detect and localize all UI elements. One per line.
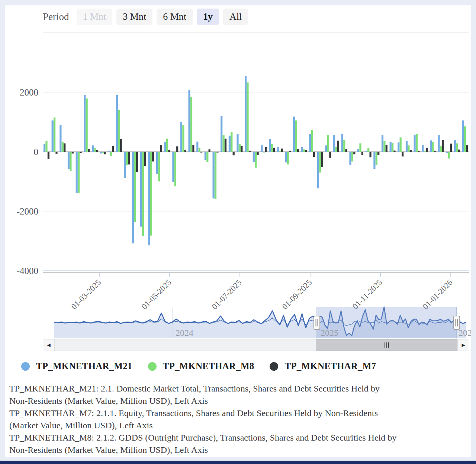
bar bbox=[265, 147, 267, 152]
legend-item-m21[interactable]: TP_MKNETHAR_M21 bbox=[21, 361, 132, 371]
bar bbox=[176, 146, 178, 152]
bar bbox=[448, 152, 450, 158]
bar bbox=[142, 152, 144, 236]
legend-label: TP_MKNETHAR_M8 bbox=[163, 361, 254, 371]
bar bbox=[402, 152, 403, 157]
bars-TP_MKNETHAR_M8 bbox=[45, 83, 466, 236]
bar bbox=[456, 144, 458, 152]
legend-item-m7[interactable]: TP_MKNETHAR_M7 bbox=[270, 361, 376, 371]
navigator-year-label: 2026 bbox=[459, 328, 471, 338]
bar bbox=[249, 151, 251, 152]
bar bbox=[225, 139, 226, 152]
bar bbox=[108, 151, 110, 152]
bar bbox=[414, 135, 416, 152]
bar bbox=[156, 152, 158, 174]
bar bbox=[317, 152, 319, 188]
bar bbox=[367, 148, 369, 152]
bar bbox=[376, 152, 377, 165]
scroll-right-icon: ▶ bbox=[461, 342, 465, 348]
bar bbox=[128, 152, 130, 164]
bar bbox=[166, 139, 168, 152]
bar bbox=[422, 145, 424, 152]
thumb-grip-icon bbox=[388, 342, 389, 348]
bar bbox=[52, 120, 54, 152]
bar bbox=[70, 152, 71, 171]
scroll-right-button[interactable]: ▶ bbox=[457, 339, 469, 351]
bar bbox=[199, 148, 200, 152]
bar bbox=[118, 110, 120, 152]
bar bbox=[209, 149, 210, 152]
bar bbox=[110, 152, 112, 156]
bar bbox=[96, 150, 98, 152]
bar bbox=[382, 135, 383, 152]
y-tick-label: -4000 bbox=[17, 266, 38, 276]
y-tick-label: 0 bbox=[34, 147, 39, 157]
x-tick-label: 01-07-2025 bbox=[210, 278, 243, 311]
y-axis-labels: 20000-2000-4000 bbox=[17, 87, 38, 276]
bar bbox=[359, 144, 361, 152]
bar bbox=[104, 152, 106, 154]
y-tick-label: -2000 bbox=[17, 206, 38, 216]
bar bbox=[158, 152, 160, 181]
bar bbox=[261, 145, 263, 152]
bar bbox=[100, 152, 102, 154]
bar bbox=[86, 99, 88, 152]
legend-item-m8[interactable]: TP_MKNETHAR_M8 bbox=[148, 361, 254, 371]
bar bbox=[196, 142, 198, 152]
page-bottom-border bbox=[0, 461, 476, 464]
bar bbox=[285, 152, 287, 162]
bar bbox=[454, 140, 456, 152]
bar bbox=[44, 144, 45, 152]
bar bbox=[253, 152, 255, 162]
bars-TP_MKNETHAR_M21 bbox=[44, 76, 464, 245]
chart-card: Period 1 Mnt 3 Mnt 6 Mnt 1y All 20000-20… bbox=[5, 5, 471, 457]
legend-dot-green bbox=[148, 362, 157, 371]
bar bbox=[229, 136, 231, 152]
bar bbox=[295, 120, 297, 152]
bar bbox=[88, 149, 90, 152]
y-tick-label: 2000 bbox=[20, 87, 38, 97]
scrollbar-thumb[interactable] bbox=[316, 339, 458, 351]
bar bbox=[408, 145, 409, 152]
navigator-handle-right[interactable] bbox=[454, 316, 460, 329]
bar bbox=[366, 151, 367, 152]
bar bbox=[124, 152, 126, 178]
bar bbox=[245, 76, 247, 152]
bar bbox=[311, 130, 313, 152]
bar bbox=[92, 145, 94, 152]
bar bbox=[279, 151, 281, 152]
bar bbox=[160, 145, 162, 152]
navigator-handle-left[interactable] bbox=[314, 316, 320, 329]
bar bbox=[287, 152, 289, 164]
bar bbox=[231, 132, 232, 152]
bar bbox=[164, 142, 166, 152]
bar bbox=[426, 148, 428, 152]
x-tick-label: 01-03-2025 bbox=[69, 278, 103, 311]
bar bbox=[327, 135, 329, 152]
bar bbox=[370, 152, 372, 157]
bar bbox=[72, 152, 74, 154]
bar bbox=[450, 144, 452, 152]
bar bbox=[54, 117, 55, 152]
bar bbox=[45, 141, 47, 152]
bar bbox=[168, 150, 170, 152]
bar bbox=[361, 152, 363, 155]
bar bbox=[241, 146, 242, 152]
bar bbox=[200, 152, 202, 152]
bar bbox=[351, 152, 353, 161]
bar bbox=[273, 148, 275, 152]
bar bbox=[94, 148, 96, 152]
bar bbox=[64, 144, 65, 152]
bar bbox=[205, 152, 206, 160]
scroll-left-button[interactable]: ◀ bbox=[43, 339, 55, 351]
bar bbox=[373, 152, 375, 169]
bar bbox=[341, 134, 343, 152]
x-tick-label: 01-01-2026 bbox=[421, 278, 454, 311]
navigator-scrollbar[interactable]: ◀ ▶ bbox=[43, 339, 469, 351]
bar bbox=[76, 152, 78, 193]
bar bbox=[462, 120, 464, 152]
bar bbox=[237, 134, 238, 152]
bar bbox=[438, 135, 440, 152]
bar bbox=[190, 97, 192, 152]
bar bbox=[321, 152, 323, 167]
